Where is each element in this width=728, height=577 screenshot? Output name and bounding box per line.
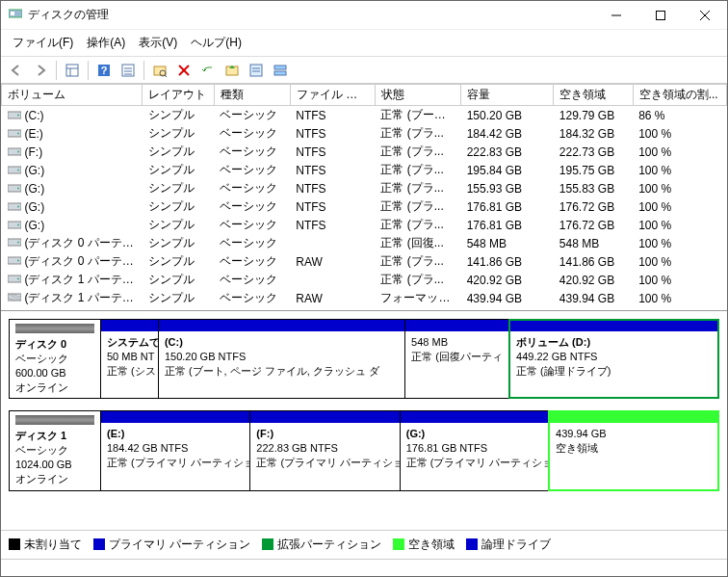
volume-icon — [8, 128, 21, 139]
svg-text:?: ? — [101, 65, 108, 76]
toolbar-sep — [143, 61, 144, 80]
properties-button[interactable] — [117, 60, 140, 81]
vol-status: 正常 (プラ... — [375, 161, 460, 179]
vol-name: (G:) — [25, 200, 45, 214]
partition[interactable]: (F:)222.83 GB NTFS正常 (プライマリ パーティション) — [249, 411, 399, 489]
vol-free: 195.75 GB — [554, 161, 633, 179]
undo-button[interactable] — [196, 60, 220, 81]
table-row[interactable]: (G:)シンプルベーシックNTFS正常 (プラ...176.81 GB176.7… — [2, 216, 727, 234]
vol-name: (G:) — [25, 164, 45, 177]
svg-line-17 — [165, 75, 167, 77]
menu-view[interactable]: 表示(V) — [133, 32, 183, 54]
svg-rect-1 — [11, 12, 14, 15]
vol-fs: NTFS — [290, 143, 375, 161]
vol-pct: 100 % — [633, 161, 726, 179]
partition[interactable]: システムで50 MB NT正常 (シス — [101, 320, 158, 398]
vol-name: (ディスク 0 パーティシ... — [25, 254, 143, 268]
partition[interactable]: 548 MB正常 (回復パーティ — [404, 320, 509, 398]
disk-header[interactable]: ディスク 0ベーシック600.00 GBオンライン — [9, 319, 101, 399]
list-button[interactable] — [245, 60, 268, 81]
vol-pct: 100 % — [633, 289, 726, 307]
vol-layout: シンプル — [143, 197, 214, 216]
menu-help[interactable]: ヘルプ(H) — [185, 32, 247, 54]
vol-free: 222.73 GB — [554, 143, 633, 161]
svg-point-27 — [17, 114, 19, 116]
vol-layout: シンプル — [143, 271, 214, 289]
partition[interactable]: (E:)184.42 GB NTFS正常 (プライマリ パーティション) — [101, 411, 249, 489]
show-hide-tree-button[interactable] — [61, 60, 84, 81]
vol-fs: RAW — [290, 289, 375, 307]
table-row[interactable]: (ディスク 1 パーティシ...シンプルベーシック正常 (プラ...420.92… — [2, 271, 727, 289]
vol-status: フォーマット中 — [375, 289, 460, 307]
close-button[interactable] — [683, 1, 727, 30]
vol-status: 正常 (ブート... — [375, 106, 460, 125]
table-row[interactable]: (ディスク 0 パーティシ...シンプルベーシック正常 (回復...548 MB… — [2, 234, 727, 252]
toolbar-sep — [88, 61, 89, 80]
vol-name: (C:) — [25, 109, 44, 122]
vol-capacity: 420.92 GB — [461, 271, 554, 289]
partition[interactable]: (G:)176.81 GB NTFS正常 (プライマリ パーティション) — [400, 411, 549, 489]
svg-point-31 — [17, 150, 19, 152]
vol-pct: 100 % — [633, 197, 726, 216]
delete-button[interactable] — [172, 60, 195, 81]
vol-fs: NTFS — [290, 216, 375, 234]
vol-name: (G:) — [25, 182, 45, 196]
table-row[interactable]: (ディスク 1 パーティシ...シンプルベーシックRAWフォーマット中439.9… — [2, 289, 727, 307]
table-row[interactable]: (G:)シンプルベーシックNTFS正常 (プラ...195.84 GB195.7… — [2, 161, 727, 179]
menu-action[interactable]: 操作(A) — [81, 32, 131, 54]
vol-free: 420.92 GB — [554, 271, 633, 289]
table-row[interactable]: (F:)シンプルベーシックNTFS正常 (プラ...222.83 GB222.7… — [2, 143, 727, 161]
table-row[interactable]: (ディスク 0 パーティシ...シンプルベーシックRAW正常 (プラ...141… — [2, 252, 727, 271]
col-type[interactable]: 種類 — [214, 85, 290, 106]
col-volume[interactable]: ボリューム — [2, 85, 143, 106]
disk-header[interactable]: ディスク 1ベーシック1024.00 GBオンライン — [9, 410, 101, 490]
vol-free: 439.94 GB — [554, 289, 633, 307]
graphical-view-button[interactable] — [269, 60, 292, 81]
vol-status: 正常 (プラ... — [375, 252, 460, 271]
col-layout[interactable]: レイアウト — [143, 85, 214, 106]
volume-table[interactable]: ボリューム レイアウト 種類 ファイル システム 状態 容量 空き領域 空き領域… — [1, 84, 727, 311]
vol-layout: シンプル — [143, 179, 214, 197]
help-button[interactable]: ? — [92, 60, 116, 81]
vol-free: 176.72 GB — [554, 197, 633, 216]
col-capacity[interactable]: 容量 — [461, 85, 554, 106]
disk-row: ディスク 1ベーシック1024.00 GBオンライン(E:)184.42 GB … — [9, 410, 719, 490]
forward-button[interactable] — [29, 60, 52, 81]
volume-icon — [8, 146, 21, 157]
svg-point-45 — [17, 278, 19, 280]
vol-free: 141.86 GB — [554, 252, 633, 271]
vol-capacity: 176.81 GB — [461, 216, 554, 234]
vol-capacity: 548 MB — [461, 234, 554, 252]
explore-button[interactable] — [148, 60, 171, 81]
partition[interactable]: ボリューム (D:)449.22 GB NTFS正常 (論理ドライブ) — [509, 320, 718, 398]
vol-capacity: 150.20 GB — [461, 106, 554, 125]
vol-pct: 100 % — [633, 124, 726, 143]
col-fs[interactable]: ファイル システム — [290, 85, 375, 106]
col-status[interactable]: 状態 — [375, 85, 460, 106]
table-row[interactable]: (C:)シンプルベーシックNTFS正常 (ブート...150.20 GB129.… — [2, 106, 727, 125]
col-free[interactable]: 空き領域 — [554, 85, 633, 106]
vol-pct: 100 % — [633, 179, 726, 197]
vol-capacity: 195.84 GB — [461, 161, 554, 179]
menu-file[interactable]: ファイル(F) — [7, 32, 79, 54]
col-freepct[interactable]: 空き領域の割... — [633, 85, 726, 106]
minimize-button[interactable] — [594, 1, 638, 30]
vol-layout: シンプル — [143, 252, 214, 271]
table-row[interactable]: (E:)シンプルベーシックNTFS正常 (プラ...184.42 GB184.3… — [2, 124, 727, 143]
table-row[interactable]: (G:)シンプルベーシックNTFS正常 (プラ...176.81 GB176.7… — [2, 197, 727, 216]
vol-fs: RAW — [290, 252, 375, 271]
legend-free: 空き領域 — [393, 537, 455, 553]
vol-status: 正常 (回復... — [375, 234, 460, 252]
back-button[interactable] — [5, 60, 28, 81]
partition[interactable]: 439.94 GB空き領域 — [549, 411, 718, 489]
partition[interactable]: (C:)150.20 GB NTFS正常 (ブート, ページ ファイル, クラッ… — [158, 320, 404, 398]
vol-name: (ディスク 0 パーティシ... — [25, 236, 143, 249]
volume-icon — [8, 220, 21, 230]
maximize-button[interactable] — [638, 1, 683, 30]
table-row[interactable]: (G:)シンプルベーシックNTFS正常 (プラ...155.93 GB155.8… — [2, 179, 727, 197]
extend-button[interactable] — [221, 60, 244, 81]
vol-layout: シンプル — [143, 216, 214, 234]
legend-extended: 拡張パーティション — [262, 537, 381, 553]
vol-pct: 100 % — [633, 216, 726, 234]
svg-point-35 — [17, 187, 19, 189]
